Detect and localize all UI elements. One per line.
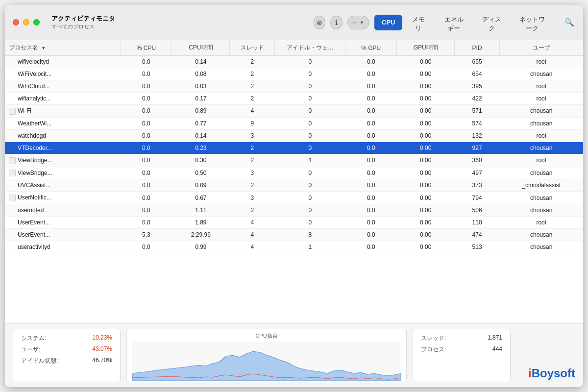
gputime-cell: 0.00 (397, 117, 455, 129)
threads-cell: 2 (230, 179, 275, 192)
gputime-cell: 0.00 (397, 192, 455, 204)
process-name-cell: WiFiCloud... (5, 80, 121, 93)
iboysoft-i: i (528, 367, 532, 380)
cpu-chart-box: CPU負荷 (126, 329, 407, 382)
close-button[interactable] (13, 19, 19, 25)
table-row[interactable]: watchdogd0.00.14300.00.00132root (5, 129, 583, 142)
gputime-cell: 0.00 (397, 204, 455, 217)
threads-cell: 4 (230, 217, 275, 229)
cputime-cell: 0.99 (172, 241, 230, 253)
gpu-cell: 0.0 (345, 129, 397, 142)
app-subtitle: すべてのプロセス (51, 23, 314, 30)
table-row[interactable]: ViewBridge...0.00.50300.00.00497chousan (5, 167, 583, 179)
user-cell: chousan (499, 105, 583, 118)
table-row[interactable]: ViewBridge...0.00.30210.00.00360root (5, 154, 583, 167)
col-header-cputime[interactable]: CPU時間 (172, 40, 230, 56)
gpu-cell: 0.0 (345, 80, 397, 93)
idle-cell: 0 (275, 93, 345, 105)
gpu-cell: 0.0 (345, 167, 397, 179)
search-button[interactable]: 🔍 (563, 16, 575, 29)
cputime-cell: 0.23 (172, 142, 230, 154)
gpu-cell: 0.0 (345, 204, 397, 217)
user-cell: chousan (499, 204, 583, 217)
stop-button[interactable]: ⊗ (314, 16, 326, 29)
table-row[interactable]: UVCAssist...0.00.09200.00.00373_cmiodala… (5, 179, 583, 192)
action-button[interactable]: ··· ▼ (347, 16, 369, 29)
cpu-cell: 0.0 (121, 241, 172, 253)
cpu-stats-box: システム: 10.23% ユーザ: 43.07% アイドル状態: 46.70% (13, 329, 121, 382)
process-name-cell: WeatherWi... (5, 117, 121, 129)
gputime-cell: 0.00 (397, 154, 455, 167)
user-cell: _cmiodalassist (499, 179, 583, 192)
cputime-cell: 1.89 (172, 217, 230, 229)
table-row[interactable]: WiFiVelocit...0.00.08200.00.00654chousan (5, 68, 583, 80)
table-row[interactable]: VTDecoder...0.00.23200.00.00927chousan (5, 142, 583, 154)
system-value: 10.23% (92, 334, 112, 343)
col-header-gputime[interactable]: GPU時間 (397, 40, 455, 56)
col-header-threads[interactable]: スレッド (230, 40, 275, 56)
info-button[interactable]: ℹ (330, 16, 343, 29)
pid-cell: 497 (455, 167, 500, 179)
gpu-cell: 0.0 (345, 229, 397, 241)
table-row[interactable]: UserEvent...5.32:29.96480.00.00474chousa… (5, 229, 583, 241)
tab-network[interactable]: ネットワーク (510, 15, 555, 30)
user-cell: root (499, 93, 583, 105)
idle-label: アイドル状態: (21, 357, 58, 365)
fullscreen-button[interactable] (33, 19, 40, 25)
user-cell: root (499, 80, 583, 93)
threads-cell: 2 (230, 154, 275, 167)
process-name-cell: WiFiVelocit... (5, 68, 121, 80)
pid-cell: 654 (455, 68, 500, 80)
minimize-button[interactable] (23, 19, 29, 25)
cputime-cell: 0.17 (172, 93, 230, 105)
process-icon (9, 108, 16, 115)
table-row[interactable]: WeatherWi...0.00.77900.00.00574chousan (5, 117, 583, 129)
idle-cell: 0 (275, 192, 345, 204)
cpu-cell: 0.0 (121, 154, 172, 167)
threads-cell: 3 (230, 129, 275, 142)
tab-disk[interactable]: ディスク (474, 15, 509, 30)
iboysoft-logo: iBoysoft (528, 367, 575, 380)
col-header-cpu[interactable]: % CPU (121, 40, 172, 56)
table-row[interactable]: wifivelocityd0.00.14200.00.00655root (5, 56, 583, 68)
table-row[interactable]: UserNotific...0.00.67300.00.00794chousan (5, 192, 583, 204)
user-cell: root (499, 217, 583, 229)
pid-cell: 422 (455, 93, 500, 105)
table-row[interactable]: Wi-Fi0.00.89400.00.00571chousan (5, 105, 583, 118)
process-table-container[interactable]: プロセス名 ▼ % CPU CPU時間 スレッド アイドル・ウェ… % GPU … (5, 40, 583, 323)
tab-memory[interactable]: メモリ (403, 15, 433, 30)
col-header-pid[interactable]: PID (455, 40, 500, 56)
gpu-cell: 0.0 (345, 56, 397, 68)
col-header-user[interactable]: ユーザ (499, 40, 583, 56)
col-header-idle[interactable]: アイドル・ウェ… (275, 40, 345, 56)
gpu-cell: 0.0 (345, 217, 397, 229)
process-icon (9, 157, 16, 164)
cputime-cell: 0.08 (172, 68, 230, 80)
threads-cell: 2 (230, 93, 275, 105)
col-header-name[interactable]: プロセス名 ▼ (5, 40, 121, 56)
thread-value: 1,871 (488, 334, 502, 343)
idle-value: 46.70% (92, 357, 112, 365)
col-header-gpu[interactable]: % GPU (345, 40, 397, 56)
pid-cell: 506 (455, 204, 500, 217)
table-row[interactable]: wifianalytic...0.00.17200.00.00422root (5, 93, 583, 105)
gpu-cell: 0.0 (345, 192, 397, 204)
idle-cell: 0 (275, 129, 345, 142)
table-row[interactable]: UserEvent...0.01.89400.00.00110root (5, 217, 583, 229)
cpu-cell: 5.3 (121, 229, 172, 241)
gpu-cell: 0.0 (345, 142, 397, 154)
idle-cell: 0 (275, 80, 345, 93)
dots-icon: ··· (353, 19, 358, 26)
table-row[interactable]: useractivityd0.00.99410.00.00513chousan (5, 241, 583, 253)
pid-cell: 474 (455, 229, 500, 241)
threads-cell: 2 (230, 142, 275, 154)
gputime-cell: 0.00 (397, 229, 455, 241)
cpu-cell: 0.0 (121, 129, 172, 142)
idle-stat-row: アイドル状態: 46.70% (21, 357, 112, 365)
gputime-cell: 0.00 (397, 56, 455, 68)
chart-title: CPU負荷 (255, 332, 277, 340)
table-row[interactable]: usernoted0.01.11200.00.00506chousan (5, 204, 583, 217)
table-row[interactable]: WiFiCloud...0.00.03200.00.00395root (5, 80, 583, 93)
tab-cpu[interactable]: CPU (374, 15, 402, 30)
tab-energy[interactable]: エネルギー (434, 15, 474, 30)
